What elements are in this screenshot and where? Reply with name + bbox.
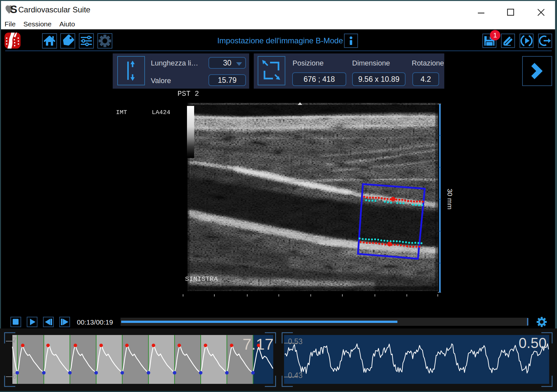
svg-text:PST 2: PST 2 <box>178 90 199 98</box>
svg-text:7.17: 7.17 <box>243 335 274 353</box>
svg-text:30 mm: 30 mm <box>446 189 454 210</box>
svg-text:6: 6 <box>12 372 17 380</box>
svg-text:0.43: 0.43 <box>288 371 303 380</box>
svg-text:0.53: 0.53 <box>288 337 303 346</box>
svg-text:7: 7 <box>12 336 17 345</box>
svg-text:0.50: 0.50 <box>519 335 547 351</box>
svg-text:IMT: IMT <box>116 109 127 116</box>
svg-text:SINISTRA: SINISTRA <box>185 275 218 283</box>
svg-text:LA424: LA424 <box>152 109 170 116</box>
